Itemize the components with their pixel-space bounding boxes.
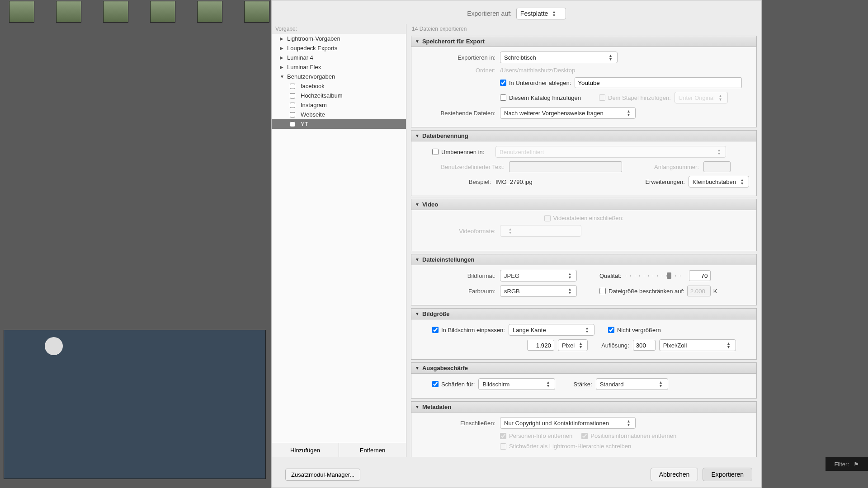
panel-head-sharpen[interactable]: ▼Ausgabeschärfe <box>411 363 756 374</box>
ext-label: Erweiterungen: <box>645 178 684 185</box>
add-stack-checkbox <box>599 94 605 101</box>
fit-select[interactable]: Lange Kante▴▾ <box>509 324 594 336</box>
format-select[interactable]: JPEG▴▾ <box>500 270 577 282</box>
panel-head-location[interactable]: ▼Speicherort für Export <box>411 36 756 47</box>
preset-instagram[interactable]: Instagram <box>272 100 406 110</box>
add-preset-button[interactable]: Hinzufügen <box>272 443 339 457</box>
preset-group-loupedeck[interactable]: ▶Loupedeck Exports <box>272 43 406 53</box>
triangle-down-icon: ▼ <box>415 311 420 316</box>
export-button[interactable]: Exportieren <box>703 468 752 481</box>
preset-checkbox[interactable] <box>290 103 295 108</box>
updown-icon: ▴▾ <box>726 342 732 349</box>
sharpen-select[interactable]: Bildschirm▴▾ <box>478 378 555 390</box>
thumbnail[interactable] <box>103 1 128 23</box>
updown-icon: ▴▾ <box>625 109 632 117</box>
export-in-select[interactable]: Schreibtisch▴▾ <box>500 52 618 63</box>
subfolder-label: In Unterordner ablegen: <box>509 80 571 86</box>
panel-location: ▼Speicherort für Export Exportieren in: … <box>411 36 757 127</box>
colorspace-select[interactable]: sRGB▴▾ <box>500 285 577 297</box>
rename-checkbox[interactable] <box>432 149 439 155</box>
include-select[interactable]: Nur Copyright und Kontaktinformationen▴▾ <box>500 417 636 429</box>
preset-yt[interactable]: YT <box>272 119 406 129</box>
subfolder-input[interactable] <box>575 77 742 88</box>
res-input[interactable] <box>633 340 656 351</box>
flag-icon[interactable]: ⚑ <box>854 461 859 468</box>
export-dialog: Exportieren auf: Festplatte ▴▾ Vorgabe: … <box>271 0 762 488</box>
preset-group-luminar4[interactable]: ▶Luminar 4 <box>272 53 406 62</box>
sharpen-checkbox[interactable] <box>432 381 439 387</box>
preset-checkbox[interactable] <box>290 122 295 127</box>
panel-head-sizing[interactable]: ▼Bildgröße <box>411 309 756 319</box>
video-include-checkbox <box>544 215 551 221</box>
panel-head-filesettings[interactable]: ▼Dateieinstellungen <box>411 254 756 265</box>
preset-webseite[interactable]: Webseite <box>272 110 406 119</box>
strength-select[interactable]: Standard▴▾ <box>596 378 668 390</box>
preset-group-lightroom[interactable]: ▶Lightroom-Vorgaben <box>272 34 406 43</box>
preset-group-luminarflex[interactable]: ▶Luminar Flex <box>272 62 406 72</box>
rename-label: Umbenennen in: <box>441 149 495 155</box>
panel-sharpen: ▼Ausgabeschärfe Schärfen für:Bildschirm▴… <box>411 362 757 399</box>
remove-person-checkbox <box>500 433 506 439</box>
video-format-select: ▴▾ <box>500 225 581 237</box>
updown-icon: ▴▾ <box>566 287 573 295</box>
panel-head-naming[interactable]: ▼Dateibenennung <box>411 131 756 141</box>
remove-position-label: Positionsinformationen entfernen <box>590 432 676 439</box>
triangle-down-icon: ▼ <box>280 74 284 79</box>
existing-select[interactable]: Nach weiterer Vorgehensweise fragen▴▾ <box>500 107 636 119</box>
video-include-label: Videodateien einschließen: <box>553 215 624 221</box>
custom-text-input <box>509 161 622 172</box>
custom-text-label: Benutzerdefinierter Text: <box>419 164 509 170</box>
strength-label: Stärke: <box>573 381 592 388</box>
colorspace-label: Farbraum: <box>419 288 500 295</box>
subfolder-checkbox[interactable] <box>500 80 506 86</box>
triangle-down-icon: ▼ <box>415 39 420 44</box>
cancel-button[interactable]: Abbrechen <box>651 468 698 481</box>
remove-preset-button[interactable]: Entfernen <box>339 443 406 457</box>
updown-icon: ▴▾ <box>551 10 557 17</box>
startnum-label: Anfangsnummer: <box>622 164 703 170</box>
preset-checkbox[interactable] <box>290 84 295 89</box>
thumbnail[interactable] <box>197 1 222 23</box>
thumbnail[interactable] <box>244 1 269 23</box>
preset-sidebar: Vorgabe: ▶Lightroom-Vorgaben ▶Loupedeck … <box>272 24 406 457</box>
thumbnail[interactable] <box>56 1 81 23</box>
updown-icon: ▴▾ <box>625 419 632 427</box>
preset-checkbox[interactable] <box>290 93 295 99</box>
preset-facebook[interactable]: facebook <box>272 81 406 91</box>
limit-checkbox[interactable] <box>599 288 606 294</box>
dimension-input[interactable] <box>527 340 554 351</box>
quality-label: Qualität: <box>599 272 621 279</box>
updown-icon: ▴▾ <box>717 94 724 101</box>
plugin-manager-button[interactable]: Zusatzmodul-Manager... <box>285 469 360 481</box>
panel-metadata: ▼Metadaten Einschließen:Nur Copyright un… <box>411 401 757 457</box>
thumbnail[interactable] <box>150 1 175 23</box>
preset-group-user[interactable]: ▼Benutzervorgaben <box>272 72 406 81</box>
filter-bar: Filter: ⚑ <box>826 457 868 471</box>
res-unit-select[interactable]: Pixel/Zoll▴▾ <box>659 339 736 351</box>
dimension-unit-select[interactable]: Pixel▴▾ <box>558 339 588 351</box>
updown-icon: ▴▾ <box>658 380 664 388</box>
fit-checkbox[interactable] <box>432 327 439 333</box>
export-count: 14 Dateien exportieren <box>411 24 757 36</box>
no-enlarge-checkbox[interactable] <box>608 327 614 333</box>
preset-checkbox[interactable] <box>290 112 295 117</box>
panel-head-metadata[interactable]: ▼Metadaten <box>411 402 756 413</box>
updown-icon: ▴▾ <box>584 326 590 333</box>
thumbnail[interactable] <box>9 1 34 23</box>
fit-label: In Bildschirm einpassen: <box>441 327 505 333</box>
panel-naming: ▼Dateibenennung Umbenennen in:Benutzerde… <box>411 130 757 196</box>
ext-select[interactable]: Kleinbuchstaben▴▾ <box>689 176 749 188</box>
rename-select: Benutzerdefiniert▴▾ <box>495 146 726 158</box>
panel-head-video[interactable]: ▼Video <box>411 199 756 210</box>
limit-input <box>687 286 711 296</box>
quality-input[interactable] <box>689 270 711 281</box>
export-to-select[interactable]: Festplatte ▴▾ <box>516 8 566 19</box>
preset-hochzeitsalbum[interactable]: Hochzeitsalbum <box>272 91 406 100</box>
panel-sizing: ▼Bildgröße In Bildschirm einpassen:Lange… <box>411 308 757 360</box>
limit-unit: K <box>713 288 717 295</box>
limit-label: Dateigröße beschränken auf: <box>609 288 684 295</box>
updown-icon: ▴▾ <box>607 54 613 61</box>
quality-slider[interactable] <box>626 275 684 277</box>
sharpen-label: Schärfen für: <box>441 381 475 388</box>
add-catalog-checkbox[interactable] <box>500 94 506 101</box>
